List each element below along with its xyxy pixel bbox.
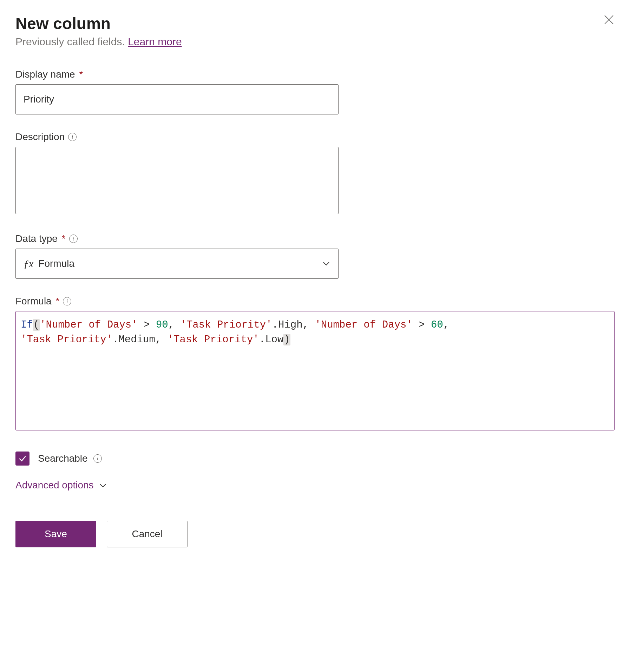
advanced-options-toggle[interactable]: Advanced options [15,480,107,491]
description-label: Description i [15,131,615,143]
data-type-select[interactable]: ƒx Formula [15,249,339,279]
formula-fx-icon: ƒx [24,258,33,270]
data-type-value: Formula [38,258,74,269]
panel-subtitle: Previously called fields. Learn more [15,36,615,48]
cancel-button[interactable]: Cancel [107,521,188,547]
subtitle-text: Previously called fields. [15,36,128,47]
checkmark-icon [18,454,27,463]
info-icon[interactable]: i [69,235,78,243]
searchable-label: Searchable i [38,453,102,464]
close-icon[interactable] [603,14,615,27]
display-name-input[interactable] [15,84,339,114]
display-name-label: Display name * [15,69,615,80]
panel-title: New column [15,14,111,33]
formula-label: Formula * i [15,296,615,307]
chevron-down-icon [99,481,107,489]
formula-editor[interactable]: If('Number of Days' > 90, 'Task Priority… [15,311,615,430]
divider [0,505,630,505]
required-indicator: * [77,69,83,80]
learn-more-link[interactable]: Learn more [128,36,182,47]
description-input[interactable] [15,147,339,214]
chevron-down-icon [322,259,330,268]
searchable-checkbox[interactable] [15,452,29,466]
required-indicator: * [53,296,60,307]
info-icon[interactable]: i [68,133,77,141]
data-type-label: Data type * i [15,233,615,244]
required-indicator: * [59,233,66,244]
info-icon[interactable]: i [93,454,102,463]
info-icon[interactable]: i [63,297,71,305]
save-button[interactable]: Save [15,521,96,547]
